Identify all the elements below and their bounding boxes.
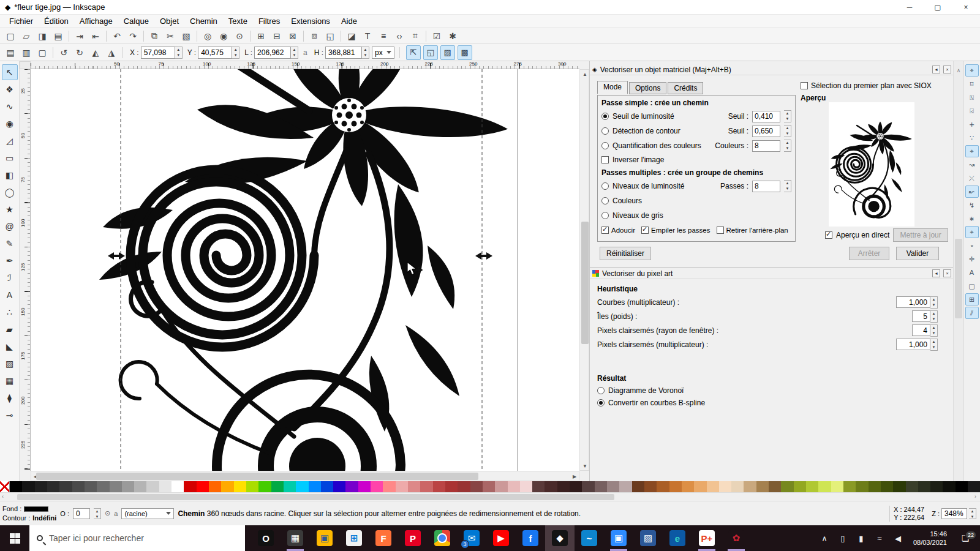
radio-brightness-cutoff[interactable]	[601, 113, 609, 120]
menu-item-chemin[interactable]: Chemin	[184, 15, 223, 27]
tool-measure[interactable]: ◿	[2, 133, 18, 149]
snap-others-toggle[interactable]: ⌖	[965, 226, 979, 238]
print-document-button[interactable]: ▤	[51, 29, 66, 43]
menu-item-objet[interactable]: Objet	[154, 15, 184, 27]
tablet-mode-icon[interactable]: ▯	[834, 534, 852, 543]
tool-paint-bucket[interactable]: ◣	[2, 339, 18, 354]
palette-swatch[interactable]	[918, 481, 930, 492]
select-all-layers-button[interactable]: ▥	[19, 46, 34, 59]
update-button[interactable]: Mettre à jour	[893, 228, 948, 242]
palette-swatch[interactable]	[869, 481, 881, 492]
tool-star[interactable]: ★	[2, 201, 18, 217]
app-file-explorer[interactable]: ▣	[310, 525, 339, 551]
radio-voronoi[interactable]	[597, 387, 605, 394]
brightness-threshold-field[interactable]: 0,410	[752, 111, 780, 122]
palette-swatch[interactable]	[794, 481, 806, 492]
snap-guides-toggle[interactable]: ⫽	[965, 307, 979, 319]
palette-swatch[interactable]	[682, 481, 694, 492]
app-photos[interactable]: ▨	[633, 525, 663, 551]
palette-swatch[interactable]	[321, 481, 333, 492]
transform-pattern-toggle[interactable]: ▩	[458, 45, 472, 60]
open-document-button[interactable]: ▱	[19, 29, 34, 43]
tab-credits[interactable]: Crédits	[668, 82, 703, 94]
palette-swatch[interactable]	[445, 481, 458, 492]
palette-swatch[interactable]	[657, 481, 669, 492]
palette-swatch[interactable]	[85, 481, 97, 492]
xml-editor-button[interactable]: ‹›	[392, 29, 407, 43]
sparse-mult-field[interactable]: 1,000	[896, 339, 930, 350]
ruler-corner[interactable]	[20, 61, 31, 69]
snap-enabled-toggle[interactable]: ⌖	[965, 64, 979, 77]
zoom-spinner[interactable]	[969, 508, 976, 519]
islands-spinner[interactable]	[930, 310, 938, 323]
dock-collapse-button[interactable]: ◂	[932, 269, 940, 277]
edge-threshold-field[interactable]: 0,650	[752, 126, 780, 137]
ungroup-objects-button[interactable]: ◱	[323, 29, 337, 43]
vertical-scrollbar[interactable]: ▲ ▼	[579, 69, 589, 471]
snap-bbox-toggle[interactable]: ⌑	[965, 78, 979, 90]
tab-mode[interactable]: Mode	[597, 81, 628, 94]
islands-field[interactable]: 5	[912, 310, 930, 322]
y-spinner[interactable]	[232, 47, 239, 59]
palette-swatch[interactable]	[146, 481, 159, 492]
palette-swatch[interactable]	[159, 481, 172, 492]
dock-collapse-button[interactable]: ◂	[932, 66, 940, 73]
snap-paths-toggle[interactable]: ↝	[965, 159, 979, 171]
scroll-right-arrow[interactable]: ▶	[570, 472, 579, 481]
import-image-button[interactable]: ⇥	[72, 29, 87, 43]
selection-handle-right[interactable]	[475, 252, 492, 260]
sparse-radius-spinner[interactable]	[930, 324, 938, 337]
palette-swatch[interactable]	[731, 481, 744, 492]
transform-gradient-toggle[interactable]: ▨	[440, 45, 455, 60]
x-spinner[interactable]	[175, 47, 183, 59]
palette-swatch[interactable]	[408, 481, 420, 492]
palette-swatch[interactable]	[333, 481, 345, 492]
scroll-down-arrow[interactable]: ▼	[580, 462, 590, 470]
opacity-field[interactable]: 0	[73, 508, 90, 519]
palette-swatch[interactable]	[97, 481, 109, 492]
app-edge[interactable]: e	[663, 525, 692, 551]
palette-swatch[interactable]	[756, 481, 769, 492]
palette-scrollbar[interactable]: ‹ ›	[0, 492, 980, 501]
text-dialog-button[interactable]: T	[360, 29, 375, 43]
palette-swatch[interactable]	[134, 481, 146, 492]
unlink-clone-button[interactable]: ⊠	[285, 29, 300, 43]
curves-field[interactable]: 1,000	[896, 296, 930, 308]
radio-brightness-steps[interactable]	[601, 182, 609, 190]
live-preview-checkbox[interactable]	[825, 231, 832, 239]
transform-corners-toggle[interactable]: ◱	[423, 45, 438, 60]
taskbar-search[interactable]: Taper ici pour rechercher	[29, 525, 245, 551]
layers-dialog-button[interactable]: ≡	[376, 29, 391, 43]
horizontal-scrollbar[interactable]: ◀ ▶	[31, 471, 579, 481]
tool-zoom[interactable]: ◉	[2, 116, 18, 132]
app-rose[interactable]: ✿	[722, 525, 751, 551]
scans-spinner[interactable]	[784, 180, 791, 192]
minimize-button[interactable]: ─	[895, 0, 924, 14]
palette-swatch[interactable]	[35, 481, 47, 492]
snap-bbox-midpoints-toggle[interactable]: ∔	[965, 118, 979, 130]
palette-swatch[interactable]	[557, 481, 570, 492]
align-dialog-button[interactable]: ⌗	[408, 29, 423, 43]
palette-swatch[interactable]	[22, 481, 34, 492]
rotate-ccw-button[interactable]: ↺	[56, 46, 71, 59]
palette-swatch[interactable]	[607, 481, 619, 492]
palette-swatch[interactable]	[358, 481, 371, 492]
app-openoffice[interactable]: ~	[575, 525, 604, 551]
radio-color-quantization[interactable]	[601, 142, 609, 149]
reset-button[interactable]: Réinitialiser	[600, 247, 651, 260]
palette-swatch[interactable]	[110, 481, 122, 492]
tool-rectangle[interactable]: ▭	[2, 150, 18, 166]
selection-handle-left[interactable]	[108, 252, 125, 260]
snap-rotation-centers-toggle[interactable]: ✛	[965, 253, 979, 265]
dock-scrollbar[interactable]: ∧	[953, 61, 963, 481]
no-color-swatch[interactable]	[0, 481, 10, 492]
palette-swatch[interactable]	[881, 481, 893, 492]
app-chrome[interactable]	[428, 525, 457, 551]
vertical-scroll-thumb[interactable]	[581, 222, 589, 344]
palette-swatch[interactable]	[483, 481, 495, 492]
scans-count-field[interactable]: 8	[752, 181, 780, 192]
palette-swatch[interactable]	[781, 481, 793, 492]
tool-gradient[interactable]: ▨	[2, 356, 18, 372]
height-spinner[interactable]	[362, 47, 369, 59]
redo-button[interactable]: ↷	[126, 29, 140, 43]
